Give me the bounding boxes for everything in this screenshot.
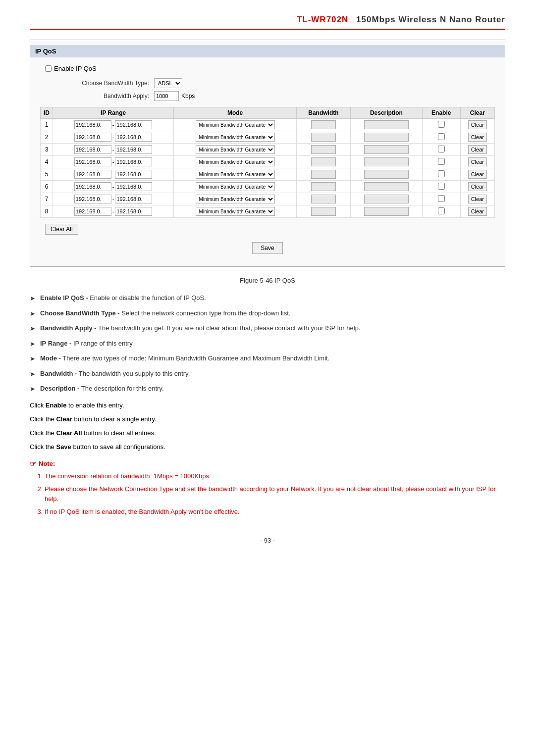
mode-select[interactable]: Minimum Bandwidth GuaranteeMaximum Bandw… bbox=[196, 145, 275, 154]
row-clear-button[interactable]: Clear bbox=[468, 157, 487, 166]
save-button[interactable]: Save bbox=[252, 242, 282, 254]
ip-end-input[interactable] bbox=[115, 195, 152, 203]
description-input[interactable] bbox=[364, 207, 409, 216]
row-clear-button[interactable]: Clear bbox=[468, 182, 487, 191]
row-description bbox=[350, 181, 422, 193]
bandwidth-type-select[interactable]: ADSL bbox=[154, 78, 182, 88]
row-clear-button[interactable]: Clear bbox=[468, 170, 487, 179]
ip-start-input[interactable] bbox=[74, 170, 111, 179]
row-mode: Minimum Bandwidth GuaranteeMaximum Bandw… bbox=[174, 144, 297, 156]
click-instruction: Click the Clear All button to clear all … bbox=[30, 428, 505, 439]
ip-start-input[interactable] bbox=[74, 145, 111, 154]
enable-checkbox[interactable] bbox=[438, 170, 445, 177]
mode-select[interactable]: Minimum Bandwidth GuaranteeMaximum Bandw… bbox=[196, 157, 275, 166]
row-description bbox=[350, 144, 422, 156]
row-clear: Clear bbox=[460, 181, 494, 193]
bandwidth-input[interactable] bbox=[311, 170, 336, 179]
bandwidth-input[interactable] bbox=[311, 120, 336, 129]
ip-end-input[interactable] bbox=[115, 207, 152, 216]
ip-start-input[interactable] bbox=[74, 207, 111, 216]
list-item: ➤Choose BandWidth Type - Select the netw… bbox=[30, 308, 505, 319]
qos-table: ID IP Range Mode Bandwidth Description E… bbox=[40, 107, 495, 218]
ip-start-input[interactable] bbox=[74, 133, 111, 142]
row-clear-button[interactable]: Clear bbox=[468, 120, 487, 129]
col-mode: Mode bbox=[174, 107, 297, 119]
enable-checkbox[interactable] bbox=[438, 207, 445, 214]
ip-end-input[interactable] bbox=[115, 145, 152, 154]
row-clear: Clear bbox=[460, 131, 494, 144]
row-description bbox=[350, 168, 422, 181]
mode-select[interactable]: Minimum Bandwidth GuaranteeMaximum Bandw… bbox=[196, 195, 275, 203]
ip-dash: - bbox=[112, 208, 114, 214]
row-mode: Minimum Bandwidth GuaranteeMaximum Bandw… bbox=[174, 168, 297, 181]
description-input[interactable] bbox=[364, 182, 409, 191]
click-instructions: Click Enable to enable this entry.Click … bbox=[30, 400, 505, 453]
row-ip-range: - bbox=[53, 156, 174, 168]
row-description bbox=[350, 193, 422, 205]
enable-checkbox[interactable] bbox=[438, 158, 445, 165]
enable-checkbox[interactable] bbox=[438, 195, 445, 202]
clear-all-button[interactable]: Clear All bbox=[45, 224, 78, 235]
bandwidth-input[interactable] bbox=[311, 157, 336, 166]
description-input[interactable] bbox=[364, 133, 409, 142]
description-input[interactable] bbox=[364, 170, 409, 179]
enable-checkbox[interactable] bbox=[438, 121, 445, 128]
row-enable bbox=[422, 181, 460, 193]
table-row: 8-Minimum Bandwidth GuaranteeMaximum Ban… bbox=[41, 205, 495, 218]
enable-checkbox[interactable] bbox=[438, 133, 445, 140]
description-input[interactable] bbox=[364, 145, 409, 154]
row-clear-button[interactable]: Clear bbox=[468, 145, 487, 154]
bullet-text: Enable IP QoS - Enable or disable the fu… bbox=[40, 293, 206, 303]
bandwidth-input[interactable] bbox=[311, 182, 336, 191]
ip-end-input[interactable] bbox=[115, 182, 152, 191]
row-description bbox=[350, 119, 422, 131]
description-input[interactable] bbox=[364, 157, 409, 166]
description-input[interactable] bbox=[364, 195, 409, 203]
mode-select[interactable]: Minimum Bandwidth GuaranteeMaximum Bandw… bbox=[196, 182, 275, 191]
enable-checkbox[interactable] bbox=[438, 183, 445, 190]
row-ip-range: - bbox=[53, 181, 174, 193]
enable-ip-qos-label: Enable IP QoS bbox=[54, 65, 97, 72]
bandwidth-apply-row: Bandwidth Apply: Kbps bbox=[40, 91, 495, 101]
note-section: ☞ Note: The conversion relation of bandw… bbox=[30, 459, 505, 517]
bandwidth-input[interactable] bbox=[311, 207, 336, 216]
row-enable bbox=[422, 119, 460, 131]
bandwidth-input[interactable] bbox=[311, 195, 336, 203]
list-item: ➤IP Range - IP range of this entry. bbox=[30, 339, 505, 349]
ip-dash: - bbox=[112, 122, 114, 128]
row-clear-button[interactable]: Clear bbox=[468, 133, 487, 142]
row-enable bbox=[422, 193, 460, 205]
row-clear-button[interactable]: Clear bbox=[468, 195, 487, 203]
row-id: 1 bbox=[41, 119, 53, 131]
page-number: - 93 - bbox=[30, 532, 505, 544]
table-row: 1-Minimum Bandwidth GuaranteeMaximum Ban… bbox=[41, 119, 495, 131]
ip-end-input[interactable] bbox=[115, 157, 152, 166]
mode-select[interactable]: Minimum Bandwidth GuaranteeMaximum Bandw… bbox=[196, 133, 275, 142]
bandwidth-input[interactable] bbox=[311, 133, 336, 142]
ip-start-input[interactable] bbox=[74, 120, 111, 129]
col-bandwidth: Bandwidth bbox=[296, 107, 350, 119]
figure-caption: Figure 5-46 IP QoS bbox=[30, 277, 505, 284]
bandwidth-apply-input[interactable] bbox=[154, 91, 179, 101]
enable-checkbox[interactable] bbox=[438, 146, 445, 152]
note-item: If no IP QoS item is enabled, the Bandwi… bbox=[45, 507, 505, 517]
mode-select[interactable]: Minimum Bandwidth GuaranteeMaximum Bandw… bbox=[196, 120, 275, 129]
col-clear: Clear bbox=[460, 107, 494, 119]
mode-select[interactable]: Minimum Bandwidth GuaranteeMaximum Bandw… bbox=[196, 170, 275, 179]
table-row: 3-Minimum Bandwidth GuaranteeMaximum Ban… bbox=[41, 144, 495, 156]
ip-end-input[interactable] bbox=[115, 120, 152, 129]
note-label: ☞ Note: bbox=[30, 459, 505, 468]
ip-end-input[interactable] bbox=[115, 170, 152, 179]
row-clear-button[interactable]: Clear bbox=[468, 207, 487, 216]
enable-ip-qos-checkbox[interactable] bbox=[45, 65, 52, 72]
ip-start-input[interactable] bbox=[74, 182, 111, 191]
ip-start-input[interactable] bbox=[74, 157, 111, 166]
ip-dash: - bbox=[112, 147, 114, 152]
bandwidth-input[interactable] bbox=[311, 145, 336, 154]
note-item: Please choose the Network Connection Typ… bbox=[45, 484, 505, 504]
ip-start-input[interactable] bbox=[74, 195, 111, 203]
ip-end-input[interactable] bbox=[115, 133, 152, 142]
clear-all-row: Clear All bbox=[40, 218, 495, 235]
mode-select[interactable]: Minimum Bandwidth GuaranteeMaximum Bandw… bbox=[196, 207, 275, 216]
description-input[interactable] bbox=[364, 120, 409, 129]
